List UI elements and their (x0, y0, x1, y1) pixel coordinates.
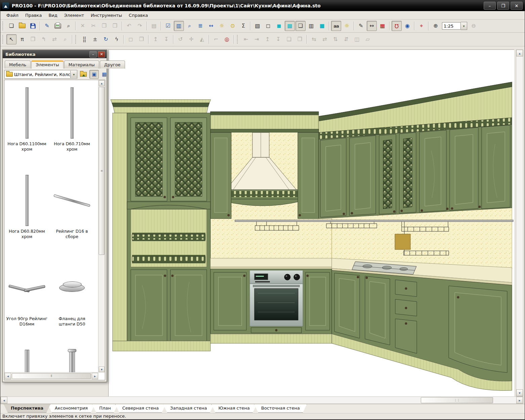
view-tab-west-wall[interactable]: Западная стена (163, 404, 214, 413)
combobox-dropdown-button[interactable]: ▾ (70, 71, 77, 78)
view-tab-perspective[interactable]: Перспектива (4, 404, 50, 413)
save-project-button[interactable] (28, 21, 38, 31)
kitchen-wall-cabinets-right[interactable] (319, 124, 512, 219)
toolbar-drag-handle[interactable] (75, 35, 78, 44)
library-item[interactable]: Нога D60.820мм хром (4, 167, 49, 255)
viewport-scroll-down-button[interactable]: ▾ (516, 389, 523, 396)
toolbar-drag-handle[interactable] (237, 35, 239, 44)
viewport-scroll-right-button[interactable]: ▸ (516, 397, 523, 404)
sketch-mode-button[interactable]: ✎ (356, 21, 366, 31)
view-tab-axonometry[interactable]: Аксонометрия (48, 404, 95, 413)
menu-tools[interactable]: Инструменты (87, 12, 125, 19)
library-scroll-up-button[interactable]: ▴ (99, 80, 105, 86)
view-white-button[interactable]: ◻ (263, 21, 273, 31)
print-preview-button[interactable]: ⌕ (64, 21, 74, 31)
restore-button[interactable]: ❐ (497, 2, 509, 10)
text-labels-button[interactable]: aa (331, 21, 341, 31)
snap-target-button[interactable]: ⌖ (416, 21, 427, 31)
zoom-scale-input[interactable] (442, 22, 461, 30)
snap-center-button[interactable]: ◉ (402, 21, 412, 31)
library-tab-other[interactable]: Другое (100, 61, 125, 69)
library-vscroll-thumb[interactable]: ≡ (99, 87, 105, 255)
selection-frame-button[interactable]: ⣿ (79, 34, 89, 44)
kitchen-oven[interactable] (250, 270, 303, 333)
view-colors-button[interactable]: ◼ (274, 21, 284, 31)
view-solid-button[interactable]: ■ (317, 21, 327, 31)
library-hscroll-thumb[interactable]: ⦀ (12, 373, 91, 379)
show-dimensions-button[interactable]: ↔ (367, 21, 377, 31)
library-scroll-right-button[interactable]: ▸ (92, 373, 98, 379)
center-element-button[interactable]: ◎ (222, 34, 232, 44)
design-viewport[interactable] (108, 49, 514, 397)
structure-panel-button[interactable]: ≣ (195, 21, 205, 31)
dimensions-panel-button[interactable]: ↔ (206, 21, 216, 31)
open-project-button[interactable] (17, 21, 27, 31)
kitchen-cornice-middle[interactable] (210, 112, 319, 132)
kitchen-tall-cabinet[interactable] (111, 100, 211, 351)
library-up-level-button[interactable] (79, 70, 88, 79)
preview-panel-button[interactable]: ⌕ (185, 21, 195, 31)
zoom-scale-dropdown-button[interactable]: ▾ (461, 22, 467, 30)
rotate-tool-button[interactable]: ↻ (101, 34, 111, 44)
menu-edit[interactable]: Правка (22, 12, 45, 19)
view-tab-east-wall[interactable]: Восточная стена (254, 404, 307, 413)
library-item[interactable]: Угол 90гр Рейлинг D16мм (4, 255, 49, 342)
lighting-button[interactable]: ☼ (342, 21, 352, 31)
element-report-button[interactable]: ✎ (42, 21, 52, 31)
project-options-button[interactable]: ☑ (163, 21, 173, 31)
library-scroll-down-button[interactable]: ▾ (99, 367, 105, 372)
library-tab-furniture[interactable]: Мебель (5, 61, 31, 69)
library-item[interactable]: Нога D60.1100мм хром (4, 80, 49, 167)
print-button[interactable] (53, 21, 63, 31)
library-category-combobox[interactable]: Штанги, Рейлинги, Колс ▾ (4, 70, 77, 79)
quick-edit-button[interactable]: ϟ (112, 34, 122, 44)
library-item[interactable]: Фланец для штанги D50 (49, 255, 94, 342)
minimize-button[interactable]: – (484, 2, 496, 10)
library-close-button[interactable]: ✕ (98, 51, 105, 58)
resize-tool-button[interactable]: ± (90, 34, 100, 44)
zoom-in-button[interactable]: ⊕ (431, 21, 441, 31)
close-button[interactable]: ✕ (511, 2, 523, 10)
library-item[interactable]: Рейлинг D16 в сборе (49, 167, 94, 255)
furniture-tool-button[interactable]: π (17, 34, 27, 44)
view-thumbnails-button[interactable]: ▣ (89, 70, 99, 79)
view-textures-button[interactable]: ▩ (285, 21, 295, 31)
kitchen-render[interactable] (109, 50, 514, 397)
menu-help[interactable]: Справка (125, 12, 151, 19)
library-horizontal-scrollbar[interactable]: ◂ ▸ ⦀ (4, 372, 98, 380)
library-tab-materials[interactable]: Материалы (64, 61, 99, 69)
price-panel-button[interactable]: ⊙ (228, 21, 238, 31)
view-tab-plan[interactable]: План (92, 404, 118, 413)
library-tab-elements[interactable]: Элементы (31, 61, 64, 69)
viewport-hscroll-thumb[interactable]: ⋮⋮ (421, 397, 493, 403)
menu-element[interactable]: Элемент (61, 12, 87, 19)
zoom-scale-combobox[interactable]: ▾ (442, 22, 467, 30)
kitchen-base-cabinets-right[interactable] (332, 270, 512, 391)
library-item[interactable]: Нога D60.710мм хром (49, 80, 94, 167)
menu-file[interactable]: Файл (3, 12, 22, 19)
viewport-scroll-left-button[interactable]: ◂ (1, 397, 7, 404)
library-minimize-button[interactable]: – (89, 51, 97, 58)
select-tool-button[interactable]: ↖ (6, 34, 16, 44)
viewport-vertical-scrollbar[interactable]: ▴ ▾ (516, 49, 523, 396)
library-vertical-scrollbar[interactable]: ▴ ▾ ≡ (98, 80, 105, 373)
light-panel-button[interactable]: ☼ (217, 21, 227, 31)
library-title-bar[interactable]: Библиотека – ✕ (3, 50, 107, 58)
snap-magnet-button[interactable]: Ω (392, 21, 402, 31)
library-panel-button[interactable]: ▥ (174, 21, 184, 31)
viewport-scroll-up-button[interactable]: ▴ (516, 50, 523, 56)
toolbar-drag-handle[interactable] (2, 35, 5, 44)
view-contours-button[interactable]: ❏ (295, 21, 306, 31)
toolbar-drag-handle[interactable] (2, 22, 5, 30)
menu-view[interactable]: Вид (45, 12, 60, 19)
view-wireframe-button[interactable]: ▧ (252, 21, 262, 31)
show-grid-button[interactable]: ▦ (377, 21, 388, 31)
view-details-button[interactable]: ▦ (99, 70, 109, 79)
sum-report-button[interactable]: Σ (238, 21, 248, 31)
new-document-button[interactable]: ❏ (6, 21, 16, 31)
view-hidden-edges-button[interactable]: ▥ (306, 21, 316, 31)
view-tab-north-wall[interactable]: Северная стена (115, 404, 166, 413)
viewport-horizontal-scrollbar[interactable]: ◂ ▸ ⋮⋮ (0, 396, 523, 404)
library-scroll-left-button[interactable]: ◂ (5, 373, 11, 379)
view-tab-south-wall[interactable]: Южная стена (211, 404, 257, 413)
